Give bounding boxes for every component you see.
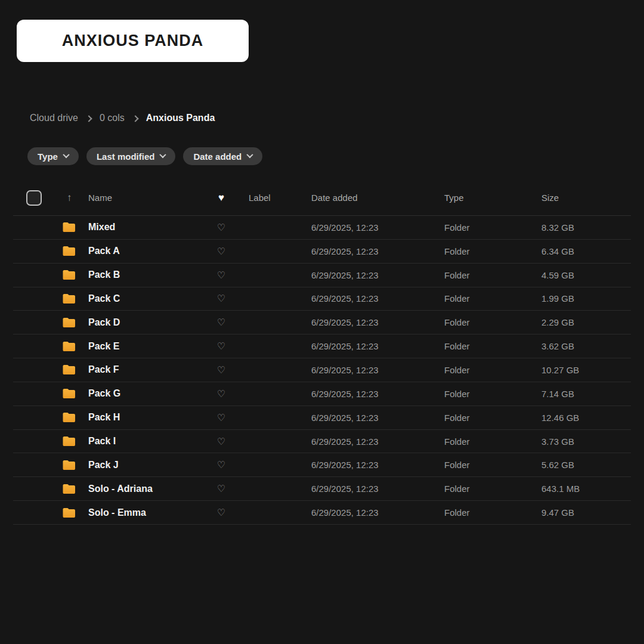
table-row[interactable]: Pack E ♡ 6/29/2025, 12:23 Folder 3.62 GB: [13, 335, 631, 358]
filter-chip-last-modified[interactable]: Last modified: [86, 147, 176, 165]
folder-icon: [62, 507, 88, 518]
file-type: Folder: [444, 389, 541, 399]
file-name: Solo - Emma: [88, 507, 212, 518]
favorite-heart-icon[interactable]: ♡: [212, 246, 230, 257]
table-row[interactable]: Mixed ♡ 6/29/2025, 12:23 Folder 8.32 GB: [13, 216, 631, 240]
table-row[interactable]: Pack A ♡ 6/29/2025, 12:23 Folder 6.34 GB: [13, 240, 631, 264]
folder-icon: [62, 364, 88, 375]
favorite-heart-icon[interactable]: ♡: [212, 364, 230, 376]
chevron-right-icon: [132, 115, 138, 122]
favorite-column-heart-icon[interactable]: ♥: [212, 192, 230, 204]
file-date-added: 6/29/2025, 12:23: [311, 389, 444, 399]
file-size: 5.62 GB: [541, 460, 631, 470]
breadcrumb-item-cloud-drive[interactable]: Cloud drive: [30, 113, 78, 123]
folder-icon: [62, 388, 88, 399]
filter-bar: Type Last modified Date added: [27, 147, 262, 165]
folder-icon: [62, 436, 88, 447]
filter-chip-date-added[interactable]: Date added: [183, 147, 262, 165]
file-name: Pack J: [88, 460, 212, 470]
chevron-right-icon: [85, 115, 92, 122]
file-type: Folder: [444, 484, 541, 494]
table-row[interactable]: Pack G ♡ 6/29/2025, 12:23 Folder 7.14 GB: [13, 382, 631, 406]
favorite-heart-icon[interactable]: ♡: [212, 222, 230, 233]
file-size: 9.47 GB: [541, 507, 631, 518]
file-type: Folder: [444, 507, 541, 518]
breadcrumb-item-0-cols[interactable]: 0 cols: [100, 113, 125, 123]
folder-icon: [62, 484, 88, 494]
file-date-added: 6/29/2025, 12:23: [311, 460, 444, 470]
sort-ascending-icon[interactable]: ↑: [67, 192, 72, 203]
favorite-heart-icon[interactable]: ♡: [212, 388, 230, 400]
file-name: Solo - Adriana: [88, 484, 212, 494]
table-row[interactable]: Pack C ♡ 6/29/2025, 12:23 Folder 1.99 GB: [13, 287, 631, 311]
folder-icon: [62, 246, 88, 256]
file-size: 12.46 GB: [541, 413, 631, 423]
column-header-name[interactable]: Name: [88, 193, 212, 203]
file-size: 3.62 GB: [541, 341, 631, 351]
table-row[interactable]: Solo - Adriana ♡ 6/29/2025, 12:23 Folder…: [13, 477, 631, 501]
file-name: Pack G: [88, 388, 212, 399]
favorite-heart-icon[interactable]: ♡: [212, 340, 230, 352]
file-type: Folder: [444, 365, 541, 375]
favorite-heart-icon[interactable]: ♡: [212, 436, 230, 447]
chevron-down-icon: [247, 151, 253, 157]
file-type: Folder: [444, 460, 541, 470]
file-name: Mixed: [88, 222, 212, 233]
filter-chip-type[interactable]: Type: [27, 147, 79, 165]
folder-icon: [62, 293, 88, 304]
favorite-heart-icon[interactable]: ♡: [212, 293, 230, 304]
select-all-checkbox[interactable]: [26, 190, 42, 206]
column-header-date-added[interactable]: Date added: [311, 193, 444, 203]
folder-icon: [62, 341, 88, 352]
favorite-heart-icon[interactable]: ♡: [212, 270, 230, 281]
table-row[interactable]: Solo - Emma ♡ 6/29/2025, 12:23 Folder 9.…: [13, 501, 631, 525]
file-date-added: 6/29/2025, 12:23: [311, 413, 444, 423]
favorite-heart-icon[interactable]: ♡: [212, 317, 230, 328]
file-name: Pack E: [88, 341, 212, 352]
file-size: 2.29 GB: [541, 317, 631, 327]
column-header-size[interactable]: Size: [541, 193, 631, 203]
file-date-added: 6/29/2025, 12:23: [311, 484, 444, 494]
file-date-added: 6/29/2025, 12:23: [311, 507, 444, 518]
file-name: Pack C: [88, 293, 212, 304]
column-header-type[interactable]: Type: [444, 193, 541, 203]
file-size: 10.27 GB: [541, 365, 631, 375]
file-date-added: 6/29/2025, 12:23: [311, 365, 444, 375]
table-row[interactable]: Pack B ♡ 6/29/2025, 12:23 Folder 4.59 GB: [13, 264, 631, 287]
file-type: Folder: [444, 246, 541, 256]
table-row[interactable]: Pack H ♡ 6/29/2025, 12:23 Folder 12.46 G…: [13, 406, 631, 430]
favorite-heart-icon[interactable]: ♡: [212, 507, 230, 518]
file-table: ↑ Name ♥ Label Date added Type Size: [13, 180, 631, 525]
favorite-heart-icon[interactable]: ♡: [212, 483, 230, 494]
file-name: Pack B: [88, 270, 212, 280]
file-date-added: 6/29/2025, 12:23: [311, 246, 444, 256]
brand-banner: ANXIOUS PANDA: [17, 20, 249, 62]
sort-direction-cell: ↑: [55, 192, 88, 204]
breadcrumb: Cloud drive 0 cols Anxious Panda: [30, 113, 215, 123]
file-size: 3.73 GB: [541, 436, 631, 447]
file-name: Pack F: [88, 364, 212, 375]
file-size: 6.34 GB: [541, 246, 631, 256]
file-date-added: 6/29/2025, 12:23: [311, 436, 444, 447]
favorite-heart-icon[interactable]: ♡: [212, 459, 230, 470]
breadcrumb-item-current: Anxious Panda: [146, 113, 215, 123]
table-row[interactable]: Pack D ♡ 6/29/2025, 12:23 Folder 2.29 GB: [13, 311, 631, 335]
file-name: Pack H: [88, 412, 212, 423]
file-date-added: 6/29/2025, 12:23: [311, 293, 444, 304]
folder-icon: [62, 317, 88, 328]
file-size: 4.59 GB: [541, 270, 631, 280]
table-row[interactable]: Pack F ♡ 6/29/2025, 12:23 Folder 10.27 G…: [13, 358, 631, 382]
file-date-added: 6/29/2025, 12:23: [311, 222, 444, 233]
table-row[interactable]: Pack I ♡ 6/29/2025, 12:23 Folder 3.73 GB: [13, 430, 631, 454]
banner-title: ANXIOUS PANDA: [62, 32, 204, 50]
table-row[interactable]: Pack J ♡ 6/29/2025, 12:23 Folder 5.62 GB: [13, 453, 631, 477]
filter-chip-label: Last modified: [97, 151, 155, 162]
column-header-label[interactable]: Label: [230, 193, 311, 203]
file-type: Folder: [444, 413, 541, 423]
file-type: Folder: [444, 317, 541, 327]
file-size: 1.99 GB: [541, 293, 631, 304]
file-size: 7.14 GB: [541, 389, 631, 399]
filter-chip-label: Date added: [193, 151, 242, 162]
favorite-heart-icon[interactable]: ♡: [212, 412, 230, 423]
file-date-added: 6/29/2025, 12:23: [311, 341, 444, 351]
